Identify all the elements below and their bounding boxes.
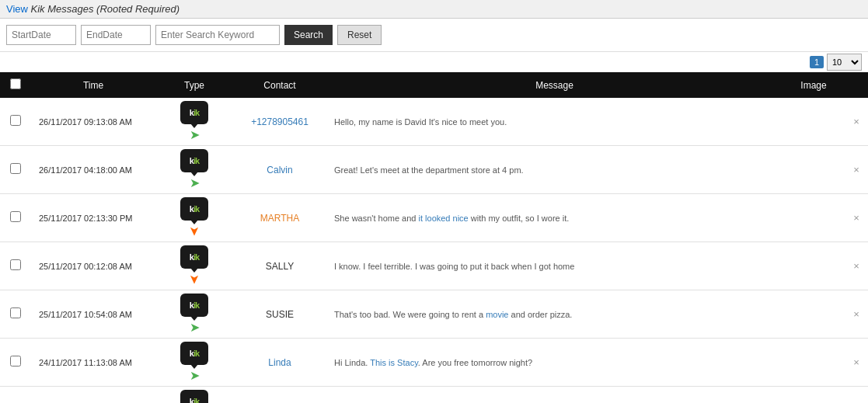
delete-cell: × — [845, 98, 868, 146]
outgoing-arrow-icon: ➤ — [190, 320, 200, 335]
delete-button[interactable]: × — [853, 356, 859, 368]
type-cell: kik➤ — [155, 242, 233, 290]
table-row: 25/11/2017 02:13:30 PMkik➤MARTHAShe wasn… — [0, 194, 868, 242]
image-cell — [783, 194, 845, 242]
message-cell: She wasn't home and it looked nice with … — [326, 194, 783, 242]
select-all-header — [0, 72, 31, 98]
type-cell: kik➤ — [155, 146, 233, 194]
kik-icon: kik — [180, 245, 208, 269]
table-row: 24/11/2017 09:13:08 AMkik➤KARENThen we s… — [0, 387, 868, 404]
contact-cell: KAREN — [233, 387, 326, 404]
search-button[interactable]: Search — [284, 25, 333, 45]
message-cell: Hello, my name is David It's nice to mee… — [326, 98, 783, 146]
type-cell: kik➤ — [155, 98, 233, 146]
search-keyword-input[interactable] — [155, 25, 280, 45]
table-row: 25/11/2017 10:54:08 AMkik➤SUSIEThat's to… — [0, 290, 868, 339]
delete-cell: × — [845, 146, 868, 194]
table-row: 26/11/2017 04:18:00 AMkik➤CalvinGreat! L… — [0, 146, 868, 194]
outgoing-arrow-icon: ➤ — [190, 175, 200, 190]
delete-button[interactable]: × — [853, 212, 859, 224]
delete-button[interactable]: × — [853, 116, 859, 127]
time-cell: 25/11/2017 10:54:08 AM — [31, 290, 155, 339]
contact-cell: MARTHA — [233, 194, 326, 242]
row-checkbox-cell — [0, 242, 31, 290]
page-number: 1 — [810, 56, 824, 68]
search-bar: Search Reset — [0, 19, 868, 52]
table-row: 25/11/2017 00:12:08 AMkik➤SALLYI know. I… — [0, 242, 868, 290]
time-cell: 25/11/2017 00:12:08 AM — [31, 242, 155, 290]
contact-cell: +1278905461 — [233, 98, 326, 146]
message-cell: That's too bad. We were going to rent a … — [326, 290, 783, 339]
kik-icon: kik — [180, 390, 208, 403]
end-date-input[interactable] — [81, 25, 151, 45]
per-page-select[interactable]: 10 25 50 100 — [827, 54, 862, 71]
delete-cell: × — [845, 242, 868, 290]
image-cell — [783, 290, 845, 339]
page-title: Kik Messages (Rooted Required) — [28, 3, 180, 15]
row-checkbox-cell — [0, 339, 31, 387]
type-header: Type — [155, 72, 233, 98]
row-checkbox[interactable] — [10, 356, 21, 367]
table-header: Time Type Contact Message Image — [0, 72, 868, 98]
time-header: Time — [31, 72, 155, 98]
delete-cell: × — [845, 339, 868, 387]
contact-header: Contact — [233, 72, 326, 98]
kik-icon: kik — [180, 149, 208, 172]
contact-cell: SALLY — [233, 242, 326, 290]
delete-button[interactable]: × — [853, 164, 859, 175]
row-checkbox-cell — [0, 387, 31, 404]
pagination-area: 1 10 25 50 100 — [0, 52, 868, 72]
message-cell: Then we should do it soon. She'll be bus… — [326, 387, 783, 404]
image-cell — [783, 339, 845, 387]
message-header: Message — [326, 72, 783, 98]
contact-cell: Linda — [233, 339, 326, 387]
delete-button[interactable]: × — [853, 260, 859, 272]
time-cell: 26/11/2017 04:18:00 AM — [31, 146, 155, 194]
delete-button[interactable]: × — [853, 308, 859, 320]
message-cell: Hi Linda. This is Stacy. Are you free to… — [326, 339, 783, 387]
delete-cell: × — [845, 290, 868, 339]
messages-table: Time Type Contact Message Image 26/11/20… — [0, 72, 868, 403]
time-cell: 25/11/2017 02:13:30 PM — [31, 194, 155, 242]
row-checkbox[interactable] — [10, 163, 21, 174]
delete-cell: × — [845, 387, 868, 404]
message-cell: Great! Let's meet at the department stor… — [326, 146, 783, 194]
action-header — [845, 72, 868, 98]
row-checkbox[interactable] — [10, 211, 21, 222]
time-cell: 26/11/2017 09:13:08 AM — [31, 98, 155, 146]
time-cell: 24/11/2017 09:13:08 AM — [31, 387, 155, 404]
delete-cell: × — [845, 194, 868, 242]
outgoing-arrow-icon: ➤ — [190, 127, 200, 142]
row-checkbox[interactable] — [10, 259, 21, 270]
select-all-checkbox[interactable] — [10, 78, 21, 89]
reset-button[interactable]: Reset — [337, 25, 382, 45]
incoming-arrow-icon: ➤ — [187, 226, 202, 236]
row-checkbox[interactable] — [10, 115, 21, 126]
kik-icon: kik — [180, 101, 208, 124]
type-cell: kik➤ — [155, 290, 233, 339]
row-checkbox-cell — [0, 98, 31, 146]
kik-icon: kik — [180, 294, 208, 317]
top-bar: View Kik Messages (Rooted Required) — [0, 0, 868, 19]
row-checkbox-cell — [0, 290, 31, 339]
image-header: Image — [783, 72, 845, 98]
time-cell: 24/11/2017 11:13:08 AM — [31, 339, 155, 387]
image-cell — [783, 242, 845, 290]
image-cell — [783, 98, 845, 146]
image-cell — [783, 146, 845, 194]
type-cell: kik➤ — [155, 387, 233, 404]
view-link[interactable]: View — [6, 3, 28, 15]
kik-icon: kik — [180, 197, 208, 221]
table-row: 26/11/2017 09:13:08 AMkik➤+1278905461Hel… — [0, 98, 868, 146]
incoming-arrow-icon: ➤ — [187, 274, 202, 284]
outgoing-arrow-icon: ➤ — [190, 368, 200, 383]
row-checkbox[interactable] — [10, 307, 21, 318]
start-date-input[interactable] — [6, 25, 76, 45]
row-checkbox-cell — [0, 194, 31, 242]
message-cell: I know. I feel terrible. I was going to … — [326, 242, 783, 290]
image-cell — [783, 387, 845, 404]
contact-cell: SUSIE — [233, 290, 326, 339]
contact-cell: Calvin — [233, 146, 326, 194]
type-cell: kik➤ — [155, 339, 233, 387]
type-cell: kik➤ — [155, 194, 233, 242]
